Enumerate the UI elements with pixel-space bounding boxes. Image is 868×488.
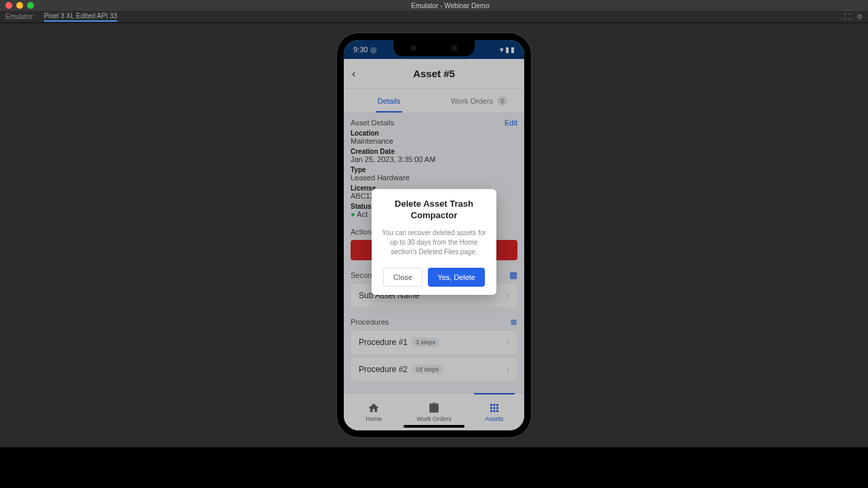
window-close-dot[interactable] xyxy=(5,2,12,9)
emulator-toolbar: Emulator: Pixel 3 XL Edited API 33 ⛶ ⚙ xyxy=(0,11,868,23)
phone-screen: 9:30 ◎ ▾ ▮ ▮ ‹ Asset #5 Details Work Ord xyxy=(344,40,524,430)
dialog-title: Delete Asset Trash Compactor xyxy=(380,199,488,222)
phone-frame: 9:30 ◎ ▾ ▮ ▮ ‹ Asset #5 Details Work Ord xyxy=(337,33,531,437)
window-title: Emulator - Webinar Demo xyxy=(38,2,863,9)
device-tab[interactable]: Pixel 3 XL Edited API 33 xyxy=(44,12,117,22)
dialog-confirm-label: Yes, Delete xyxy=(437,273,475,281)
dialog-body: You can recover deleted assets for up to… xyxy=(380,228,488,257)
toolbar-label: Emulator: xyxy=(5,13,35,20)
dialog-close-button[interactable]: Close xyxy=(383,268,422,287)
window-titlebar: Emulator - Webinar Demo xyxy=(0,0,868,11)
window-minimize-dot[interactable] xyxy=(16,2,23,9)
workspace: 9:30 ◎ ▾ ▮ ▮ ‹ Asset #5 Details Work Ord xyxy=(0,23,868,447)
settings-icon[interactable]: ⚙ xyxy=(856,13,863,20)
dialog-confirm-button[interactable]: Yes, Delete xyxy=(428,268,485,287)
desktop-dock-area xyxy=(0,447,868,488)
delete-confirmation-dialog: Delete Asset Trash Compactor You can rec… xyxy=(372,189,496,295)
window-zoom-dot[interactable] xyxy=(27,2,34,9)
expand-icon[interactable]: ⛶ xyxy=(844,13,851,20)
